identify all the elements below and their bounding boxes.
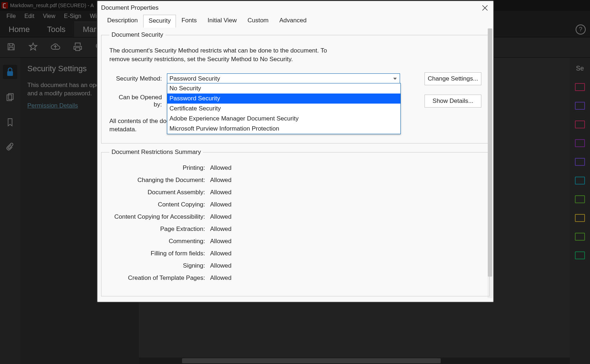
document-security-legend: Document Security <box>109 31 165 38</box>
opened-by-label: Can be Opened by: <box>109 94 167 108</box>
restriction-value: Allowed <box>210 238 232 245</box>
restriction-label: Content Copying: <box>109 201 210 208</box>
restriction-row: Signing:Allowed <box>109 262 481 269</box>
restriction-row: Changing the Document:Allowed <box>109 177 481 184</box>
dialog-tabs: Description Security Fonts Initial View … <box>97 15 493 28</box>
restriction-value: Allowed <box>210 213 232 220</box>
restriction-label: Creation of Template Pages: <box>109 274 210 282</box>
option-purview-protection[interactable]: Microsoft Purview Information Protection <box>167 124 400 134</box>
security-method-dropdown: No Security Password Security Certificat… <box>167 83 401 134</box>
security-method-value: Password Security <box>169 75 220 82</box>
restriction-row: Document Assembly:Allowed <box>109 189 481 196</box>
tab-fonts[interactable]: Fonts <box>176 14 202 27</box>
restriction-row: Filling of form fields:Allowed <box>109 250 481 257</box>
chevron-down-icon <box>393 78 397 80</box>
show-details-button[interactable]: Show Details... <box>425 95 481 108</box>
option-password-security[interactable]: Password Security <box>167 94 400 104</box>
restriction-row: Page Extraction:Allowed <box>109 226 481 233</box>
restriction-row: Content Copying:Allowed <box>109 201 481 208</box>
option-aem-security[interactable]: Adobe Experience Manager Document Securi… <box>167 114 400 124</box>
restriction-value: Allowed <box>210 226 232 233</box>
restriction-label: Document Assembly: <box>109 189 210 196</box>
restriction-value: Allowed <box>210 177 232 184</box>
security-method-label: Security Method: <box>109 75 167 82</box>
restriction-row: Commenting:Allowed <box>109 238 481 245</box>
restriction-label: Printing: <box>109 164 210 172</box>
document-security-group: Document Security The document's Securit… <box>101 31 490 144</box>
restriction-row: Printing:Allowed <box>109 164 481 172</box>
restriction-value: Allowed <box>210 262 232 269</box>
restriction-label: Page Extraction: <box>109 226 210 233</box>
restriction-row: Content Copying for Accessibility:Allowe… <box>109 213 481 220</box>
close-icon[interactable] <box>482 5 488 11</box>
tab-initial-view[interactable]: Initial View <box>202 14 242 27</box>
security-description: The document's Security Method restricts… <box>109 46 340 64</box>
restrictions-group: Document Restrictions Summary Printing:A… <box>101 149 490 296</box>
restriction-label: Content Copying for Accessibility: <box>109 213 210 220</box>
restriction-label: Filling of form fields: <box>109 250 210 257</box>
tab-custom[interactable]: Custom <box>242 14 274 27</box>
security-method-select[interactable]: Password Security <box>167 73 400 84</box>
restrictions-legend: Document Restrictions Summary <box>109 149 203 156</box>
change-settings-button[interactable]: Change Settings... <box>425 72 481 85</box>
restriction-value: Allowed <box>210 201 232 208</box>
restriction-value: Allowed <box>210 164 232 172</box>
restriction-value: Allowed <box>210 274 232 282</box>
option-no-security[interactable]: No Security <box>167 83 400 94</box>
restriction-label: Changing the Document: <box>109 177 210 184</box>
dialog-title: Document Properties <box>101 4 159 12</box>
document-properties-dialog: Document Properties Description Security… <box>97 1 494 302</box>
restriction-value: Allowed <box>210 189 232 196</box>
option-certificate-security[interactable]: Certificate Security <box>167 104 400 114</box>
restriction-value: Allowed <box>210 250 232 257</box>
restriction-label: Signing: <box>109 262 210 269</box>
tab-security[interactable]: Security <box>143 15 176 28</box>
tab-description[interactable]: Description <box>102 14 143 27</box>
restriction-row: Creation of Template Pages:Allowed <box>109 274 481 282</box>
tab-advanced[interactable]: Advanced <box>274 14 312 27</box>
restriction-label: Commenting: <box>109 238 210 245</box>
